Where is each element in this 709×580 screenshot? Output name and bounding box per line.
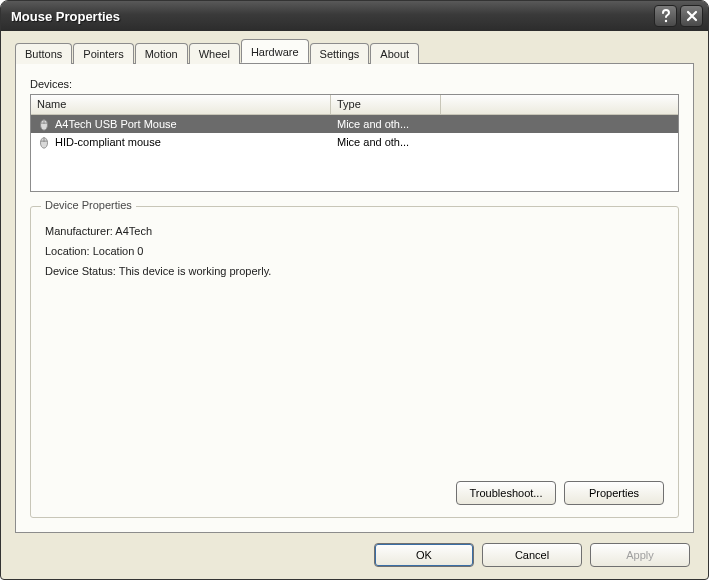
location-line: Location: Location 0 xyxy=(45,245,664,257)
dialog-window: Mouse Properties Buttons Pointers Motion… xyxy=(0,0,709,580)
column-header-spacer xyxy=(441,95,678,114)
device-row[interactable]: A4Tech USB Port Mouse Mice and oth... xyxy=(31,115,678,133)
manufacturer-line: Manufacturer: A4Tech xyxy=(45,225,664,237)
tab-pointers[interactable]: Pointers xyxy=(73,43,133,64)
help-button[interactable] xyxy=(654,5,677,27)
ok-button[interactable]: OK xyxy=(374,543,474,567)
status-line: Device Status: This device is working pr… xyxy=(45,265,664,277)
tab-settings[interactable]: Settings xyxy=(310,43,370,64)
troubleshoot-button[interactable]: Troubleshoot... xyxy=(456,481,556,505)
svg-point-0 xyxy=(664,20,666,22)
status-value: This device is working properly. xyxy=(119,265,272,277)
device-listview[interactable]: Name Type A4Tech USB Port Mouse xyxy=(30,94,679,192)
device-name-text: HID-compliant mouse xyxy=(55,136,161,148)
properties-button[interactable]: Properties xyxy=(564,481,664,505)
device-properties-group: Device Properties Manufacturer: A4Tech L… xyxy=(30,206,679,518)
dialog-button-row: OK Cancel Apply xyxy=(7,533,702,573)
column-header-name[interactable]: Name xyxy=(31,95,331,114)
manufacturer-label: Manufacturer: xyxy=(45,225,113,237)
help-icon xyxy=(660,9,672,23)
manufacturer-value: A4Tech xyxy=(115,225,152,237)
apply-button: Apply xyxy=(590,543,690,567)
close-button[interactable] xyxy=(680,5,703,27)
tab-about[interactable]: About xyxy=(370,43,419,64)
device-row[interactable]: HID-compliant mouse Mice and oth... xyxy=(31,133,678,151)
window-title: Mouse Properties xyxy=(11,9,654,24)
mouse-icon xyxy=(37,117,51,131)
device-name-text: A4Tech USB Port Mouse xyxy=(55,118,177,130)
client-area: Buttons Pointers Motion Wheel Hardware S… xyxy=(7,35,702,573)
devices-label: Devices: xyxy=(30,78,679,90)
tab-page-hardware: Devices: Name Type xyxy=(15,63,694,533)
tab-hardware[interactable]: Hardware xyxy=(241,39,309,63)
device-name-cell: HID-compliant mouse xyxy=(31,134,331,150)
cancel-button[interactable]: Cancel xyxy=(482,543,582,567)
location-label: Location: xyxy=(45,245,90,257)
groupbox-title: Device Properties xyxy=(41,199,136,211)
device-type-cell: Mice and oth... xyxy=(331,117,441,131)
close-icon xyxy=(686,10,698,22)
tab-strip: Buttons Pointers Motion Wheel Hardware S… xyxy=(7,35,702,63)
titlebar: Mouse Properties xyxy=(1,1,708,31)
status-label: Device Status: xyxy=(45,265,116,277)
group-button-row: Troubleshoot... Properties xyxy=(45,481,664,505)
listview-header: Name Type xyxy=(31,95,678,115)
location-value: Location 0 xyxy=(93,245,144,257)
tab-wheel[interactable]: Wheel xyxy=(189,43,240,64)
tab-buttons[interactable]: Buttons xyxy=(15,43,72,64)
mouse-icon xyxy=(37,135,51,149)
tab-motion[interactable]: Motion xyxy=(135,43,188,64)
device-name-cell: A4Tech USB Port Mouse xyxy=(31,116,331,132)
titlebar-button-group xyxy=(654,5,703,27)
device-type-cell: Mice and oth... xyxy=(331,135,441,149)
listview-body: A4Tech USB Port Mouse Mice and oth... HI… xyxy=(31,115,678,191)
column-header-type[interactable]: Type xyxy=(331,95,441,114)
